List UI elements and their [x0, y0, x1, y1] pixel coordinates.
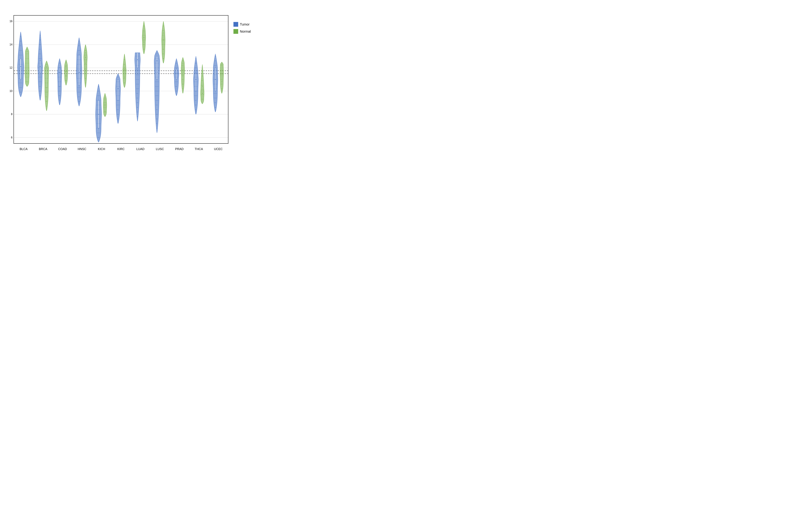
dot: [176, 86, 176, 87]
dot: [196, 77, 197, 77]
dot: [158, 86, 158, 87]
dot: [214, 102, 215, 103]
dot: [156, 109, 157, 110]
dot: [183, 74, 184, 75]
dot: [39, 86, 40, 87]
dot: [195, 100, 195, 101]
legend-item-normal: Normal: [234, 29, 255, 34]
dot: [106, 107, 106, 108]
dot: [182, 74, 183, 75]
dot: [182, 61, 183, 61]
dot: [22, 73, 22, 74]
dot: [99, 91, 99, 91]
dot: [201, 99, 201, 99]
dot: [79, 55, 80, 55]
dot: [48, 69, 48, 69]
iqr-box: [221, 64, 222, 82]
x-label: COAD: [58, 147, 67, 151]
dot: [59, 63, 60, 63]
dot: [39, 72, 40, 73]
dot: [98, 96, 98, 96]
dot: [202, 90, 203, 90]
dot: [157, 86, 157, 87]
dot: [156, 114, 157, 115]
dot: [78, 69, 79, 69]
dot: [79, 41, 79, 41]
dot: [183, 70, 184, 70]
dot: [156, 58, 157, 59]
dot: [26, 81, 26, 82]
dot: [116, 105, 117, 105]
dot: [86, 64, 87, 65]
dot: [119, 81, 119, 82]
dot: [45, 82, 46, 83]
dot: [60, 77, 60, 77]
dot: [138, 84, 138, 84]
dot: [138, 93, 138, 94]
dot: [28, 58, 29, 59]
dot: [97, 96, 98, 96]
dot: [194, 72, 195, 73]
dot: [79, 59, 80, 60]
dot: [196, 96, 197, 96]
dot: [222, 65, 222, 66]
dot: [98, 86, 99, 87]
dot: [222, 74, 223, 75]
legend-label-normal: Normal: [240, 30, 251, 34]
dot: [201, 85, 202, 86]
dot: [40, 44, 41, 45]
dot: [136, 74, 136, 75]
dot: [21, 64, 21, 65]
dot: [100, 100, 100, 101]
dot: [157, 77, 157, 77]
dot: [175, 72, 176, 73]
dot: [156, 72, 157, 73]
dot: [118, 109, 118, 110]
dot: [48, 73, 48, 74]
dot: [98, 105, 98, 105]
dot: [143, 44, 143, 45]
dot: [19, 73, 20, 74]
dot: [98, 123, 98, 124]
y-axis-label: [12, 12, 13, 154]
dot: [117, 100, 118, 101]
dot: [183, 84, 183, 84]
dot: [137, 116, 138, 117]
dot: [158, 63, 159, 63]
dot: [215, 98, 216, 98]
dot: [86, 73, 86, 74]
dot: [104, 112, 104, 112]
dot: [123, 73, 124, 74]
dot: [40, 49, 41, 50]
dot: [27, 68, 27, 68]
dot: [182, 79, 183, 80]
dot: [67, 76, 67, 76]
dot: [203, 90, 204, 90]
dot: [124, 64, 125, 65]
dot: [60, 68, 60, 68]
dot: [79, 73, 80, 74]
dot: [79, 64, 80, 65]
dot: [139, 74, 139, 75]
x-label: LUAD: [136, 147, 145, 151]
dot: [59, 63, 59, 63]
dot: [79, 97, 80, 97]
dot: [175, 81, 175, 82]
dot: [58, 91, 59, 91]
dot: [60, 77, 61, 77]
plot-area: BLCABRCACOADHNSCKICHKIRCLUADLUSCPRADTHCA…: [13, 15, 229, 144]
dot: [136, 56, 136, 56]
dot: [156, 96, 157, 96]
dot: [137, 56, 137, 56]
dot: [45, 73, 46, 74]
dot: [40, 86, 41, 87]
dot: [163, 44, 164, 45]
dot: [20, 82, 20, 83]
dot: [80, 69, 81, 69]
legend-item-tumor: Tumor: [234, 22, 255, 27]
dot: [20, 59, 20, 60]
dot: [21, 78, 21, 78]
dot: [156, 63, 156, 63]
dot: [59, 77, 59, 77]
dot: [183, 84, 184, 84]
